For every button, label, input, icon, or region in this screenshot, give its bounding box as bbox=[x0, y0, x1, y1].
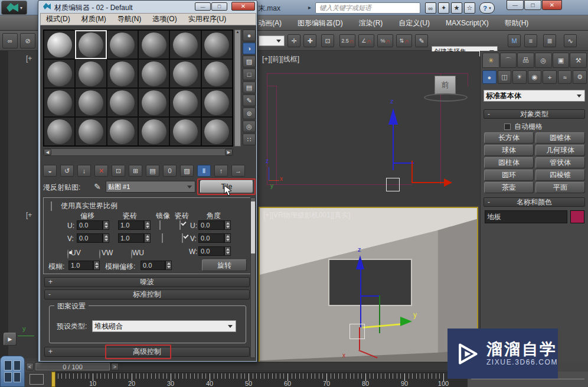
help-icon[interactable]: ? ▾ bbox=[479, 2, 495, 14]
material-slot[interactable] bbox=[201, 88, 233, 117]
button-plane[interactable]: 平面 bbox=[535, 182, 585, 193]
v-tiling-field[interactable]: 1.0 bbox=[118, 233, 144, 243]
material-slot-selected[interactable] bbox=[75, 30, 106, 59]
main-minimize-button[interactable]: — bbox=[507, 0, 524, 10]
frame-marker[interactable] bbox=[51, 372, 55, 387]
app-logo-button[interactable]: ▾ bbox=[1, 1, 27, 15]
viewport-front-label[interactable]: [+][前][线框] bbox=[262, 54, 299, 64]
map-name-dropdown[interactable]: 贴图 #1 bbox=[106, 181, 195, 193]
object-color-swatch[interactable] bbox=[570, 210, 584, 223]
button-box[interactable]: 长方体 bbox=[484, 132, 534, 144]
rollout-name-color[interactable]: -名称和颜色 bbox=[484, 197, 585, 207]
subtab-space-warps[interactable]: ≈ bbox=[558, 70, 572, 84]
tab-utilities[interactable]: ⚒ bbox=[570, 53, 587, 68]
selection-box[interactable] bbox=[386, 178, 400, 191]
material-slot[interactable] bbox=[107, 88, 138, 117]
vw-radio[interactable] bbox=[99, 249, 100, 259]
menu-rendering[interactable]: 渲染(R) bbox=[359, 18, 383, 28]
percent-snap-icon[interactable]: %∩ bbox=[377, 34, 393, 47]
button-sphere[interactable]: 球体 bbox=[484, 145, 534, 156]
blur-offset-spinner[interactable] bbox=[165, 261, 172, 270]
me-menu-material[interactable]: 材质(M) bbox=[81, 14, 106, 24]
material-slot[interactable] bbox=[107, 59, 138, 88]
material-slot[interactable] bbox=[169, 30, 201, 59]
button-torus[interactable]: 圆环 bbox=[484, 170, 534, 181]
viewport-camera[interactable]: z y x [+][VR物理摄影机001][真实] bbox=[259, 207, 478, 368]
time-prev-button[interactable]: < bbox=[26, 363, 34, 370]
subtab-lights[interactable]: ☀ bbox=[512, 70, 527, 84]
palette-hscrollbar[interactable]: ◀ ▶ bbox=[43, 148, 233, 156]
material-slot[interactable] bbox=[44, 117, 75, 146]
me-close-button[interactable]: ✕ bbox=[231, 2, 255, 11]
left-unlink-icon[interactable]: ⊘ bbox=[20, 33, 35, 48]
rollout-advanced-control[interactable]: +高级控制 bbox=[44, 347, 250, 357]
show-map-in-viewport-icon[interactable]: ▨ bbox=[180, 165, 194, 177]
manage-layers-icon[interactable]: ≣ bbox=[543, 34, 556, 47]
material-slot[interactable] bbox=[75, 117, 106, 146]
preset-type-dropdown[interactable]: 堆栈砌合 bbox=[92, 320, 236, 332]
assign-material-to-selection-icon[interactable]: ↓ bbox=[77, 165, 91, 177]
time-slider-thumb[interactable]: 0 / 100 bbox=[35, 363, 110, 370]
use-pivot-center-icon[interactable]: ⊡ bbox=[321, 34, 334, 47]
w-angle-field[interactable]: 0.0 bbox=[198, 246, 224, 256]
object-name-field[interactable]: 地板 bbox=[485, 210, 567, 223]
viewcube-ring[interactable] bbox=[424, 93, 468, 102]
tab-create[interactable]: ✳ bbox=[482, 53, 499, 68]
search-box[interactable]: 键入关键字或短语 bbox=[315, 2, 420, 14]
subtab-systems[interactable]: ⚙ bbox=[573, 70, 587, 84]
infocenter-search-icon[interactable]: ∞ bbox=[425, 2, 436, 14]
material-slot[interactable] bbox=[201, 30, 233, 59]
subtab-cameras[interactable]: ◉ bbox=[528, 70, 542, 84]
sample-uv-tiling-icon[interactable]: □ bbox=[243, 69, 256, 80]
me-maximize-button[interactable]: □ bbox=[211, 2, 227, 11]
options-icon[interactable]: ⊚ bbox=[243, 108, 256, 119]
make-preview-icon[interactable]: ✎ bbox=[243, 95, 256, 106]
subtab-helpers[interactable]: + bbox=[543, 70, 557, 84]
v-tile-checkbox[interactable] bbox=[182, 233, 183, 243]
menu-maxscript[interactable]: MAXScript(X) bbox=[446, 19, 489, 27]
rollout-vscrollbar-thumb[interactable] bbox=[251, 201, 255, 253]
menu-customize[interactable]: 自定义(U) bbox=[398, 18, 430, 28]
communication-center-icon[interactable]: ★ bbox=[451, 2, 462, 14]
u-offset-field[interactable]: 0.0 bbox=[77, 220, 103, 230]
curve-editor-icon[interactable]: ∿ bbox=[564, 34, 577, 47]
real-world-checkbox[interactable] bbox=[51, 201, 52, 211]
rollout-object-type[interactable]: -对象类型 bbox=[484, 109, 585, 119]
button-pyramid[interactable]: 四棱锥 bbox=[535, 170, 585, 181]
material-slot[interactable] bbox=[169, 88, 201, 117]
sample-type-sphere-icon[interactable]: ● bbox=[243, 30, 256, 41]
rollout-noise[interactable]: +噪波 bbox=[44, 277, 250, 287]
blur-field[interactable]: 1.0 bbox=[68, 261, 93, 270]
mirror-icon[interactable]: M bbox=[508, 34, 521, 47]
uv-radio[interactable] bbox=[67, 249, 68, 259]
favorites-star-icon[interactable]: ☆ bbox=[464, 2, 475, 14]
v-offset-field[interactable]: 0.0 bbox=[77, 233, 103, 243]
viewport-camera-label[interactable]: [+][VR物理摄影机001][真实] bbox=[263, 210, 351, 220]
tab-hierarchy[interactable]: 品 bbox=[517, 53, 534, 68]
material-slot[interactable] bbox=[44, 59, 75, 88]
material-slot[interactable] bbox=[75, 59, 106, 88]
rollout-vscrollbar[interactable] bbox=[250, 197, 256, 358]
viewport-layout-tab[interactable] bbox=[0, 356, 25, 387]
menu-graph-editors[interactable]: 图形编辑器(D) bbox=[298, 18, 343, 28]
autogrid-checkbox[interactable] bbox=[504, 123, 511, 130]
timeline-ruler[interactable]: 0 10 20 30 40 50 60 70 80 90 100 bbox=[52, 372, 468, 387]
button-geosphere[interactable]: 几何球体 bbox=[535, 145, 585, 156]
go-forward-to-sibling-icon[interactable]: → bbox=[231, 165, 245, 177]
material-slot[interactable] bbox=[75, 88, 106, 117]
me-menu-utilities[interactable]: 实用程序(U) bbox=[188, 14, 227, 24]
left-viewport-label[interactable]: [+ bbox=[26, 54, 32, 63]
material-slot[interactable] bbox=[201, 59, 233, 88]
u-mirror-checkbox[interactable] bbox=[159, 220, 161, 230]
button-cylinder[interactable]: 圆柱体 bbox=[484, 157, 534, 168]
angle-snap-icon[interactable]: ∠∩ bbox=[358, 34, 374, 47]
material-slot[interactable] bbox=[44, 30, 75, 59]
menu-help[interactable]: 帮助(H) bbox=[505, 18, 529, 28]
material-slot[interactable] bbox=[169, 117, 201, 146]
v-angle-field[interactable]: 0.0 bbox=[198, 233, 224, 243]
subtab-geometry[interactable]: ● bbox=[482, 70, 496, 84]
viewcube[interactable]: 前 bbox=[435, 76, 456, 95]
blur-offset-field[interactable]: 0.0 bbox=[141, 261, 165, 270]
align-icon[interactable]: ≡ bbox=[524, 34, 537, 47]
backlight-icon[interactable]: ◑ bbox=[243, 43, 256, 54]
